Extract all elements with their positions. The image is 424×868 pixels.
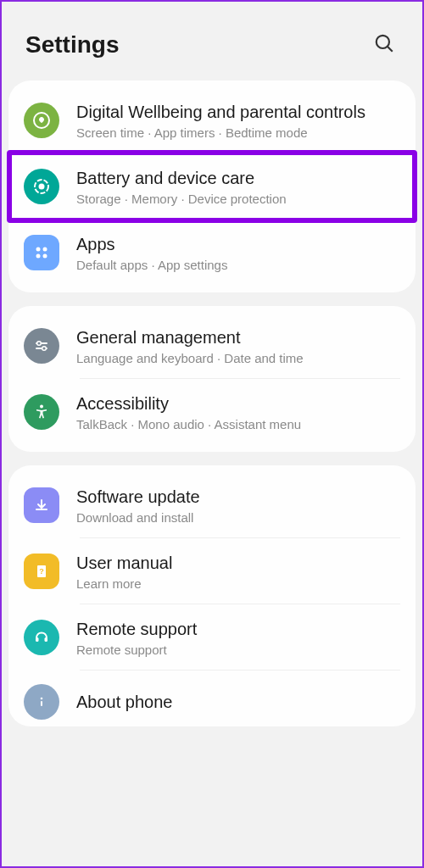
item-title: General management [76,326,400,348]
settings-section: General management Language and keyboard… [8,306,416,452]
setting-item-accessibility[interactable]: Accessibility TalkBack · Mono audio · As… [8,379,416,445]
about-phone-icon [24,684,59,720]
item-subtitle: TalkBack · Mono audio · Assistant menu [76,417,400,431]
svg-rect-16 [36,637,39,642]
setting-item-digital-wellbeing[interactable]: Digital Wellbeing and parental controls … [8,87,416,153]
svg-rect-17 [45,637,48,642]
battery-care-icon [24,169,59,204]
item-subtitle: Storage · Memory · Device protection [76,192,400,206]
item-title: Accessibility [76,392,400,415]
svg-text:?: ? [39,567,44,576]
svg-point-12 [42,347,47,351]
setting-item-remote-support[interactable]: Remote support Remote support [8,604,416,670]
item-title: Battery and device care [76,167,400,189]
item-subtitle: Learn more [76,576,400,591]
setting-item-software-update[interactable]: Software update Download and install [8,472,416,538]
item-subtitle: Remote support [76,643,400,657]
setting-item-apps[interactable]: Apps Default apps · App settings [8,220,416,286]
general-management-icon [24,328,59,364]
item-title: Software update [76,486,400,508]
setting-item-battery-device-care[interactable]: Battery and device care Storage · Memory… [8,153,416,220]
svg-point-7 [36,254,41,259]
wellbeing-icon [24,103,59,138]
svg-point-18 [41,698,43,700]
page-title: Settings [25,31,119,58]
svg-rect-19 [41,701,42,706]
svg-point-4 [39,184,45,190]
item-title: Apps [76,233,400,255]
item-subtitle: Screen time · App timers · Bedtime mode [76,125,400,140]
svg-point-13 [40,405,43,409]
user-manual-icon: ? [24,554,59,589]
svg-point-10 [37,342,42,346]
setting-item-user-manual[interactable]: ? User manual Learn more [8,538,416,604]
software-update-icon [24,487,59,523]
item-title: Digital Wellbeing and parental controls [76,101,400,123]
item-subtitle: Default apps · App settings [76,258,400,272]
settings-section: Digital Wellbeing and parental controls … [8,81,416,292]
item-subtitle: Download and install [76,510,400,525]
search-icon [373,32,395,54]
search-button[interactable] [370,29,399,60]
settings-section: Software update Download and install ? U… [8,465,416,726]
apps-icon [24,235,59,270]
svg-point-6 [43,248,47,252]
item-title: Remote support [76,618,400,640]
svg-point-8 [43,254,47,259]
item-subtitle: Language and keyboard · Date and time [76,351,400,365]
setting-item-general-management[interactable]: General management Language and keyboard… [8,313,416,379]
svg-line-1 [388,47,393,52]
item-title: About phone [76,691,400,713]
settings-header: Settings [8,2,416,81]
accessibility-icon [24,394,59,430]
remote-support-icon [24,620,59,655]
item-title: User manual [76,552,400,574]
setting-item-about-phone[interactable]: About phone [8,670,416,720]
svg-point-0 [377,36,389,48]
svg-point-5 [36,248,41,252]
